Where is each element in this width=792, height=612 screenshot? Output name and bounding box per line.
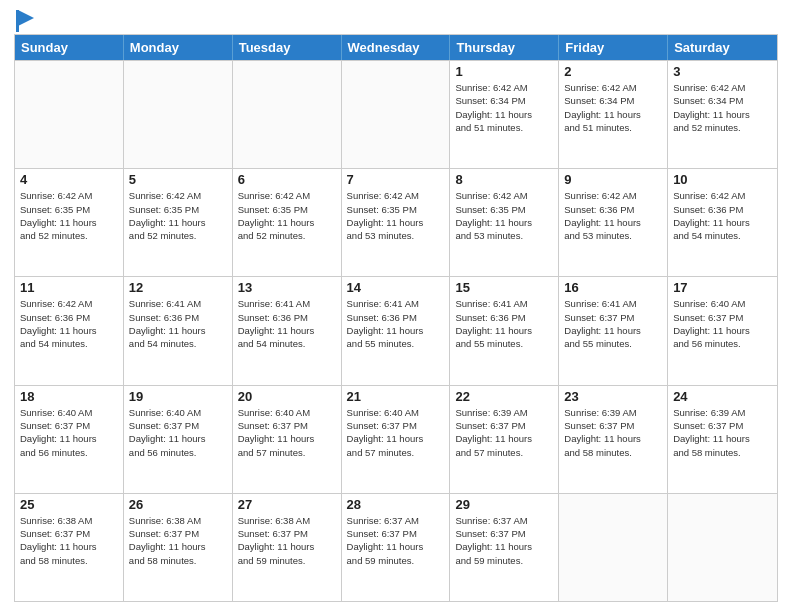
day-cell-23: 23Sunrise: 6:39 AM Sunset: 6:37 PM Dayli…: [559, 386, 668, 493]
day-number: 15: [455, 280, 553, 295]
day-cell-empty: [233, 61, 342, 168]
day-number: 24: [673, 389, 772, 404]
day-info: Sunrise: 6:42 AM Sunset: 6:35 PM Dayligh…: [238, 189, 336, 242]
week-row-5: 25Sunrise: 6:38 AM Sunset: 6:37 PM Dayli…: [15, 493, 777, 601]
day-info: Sunrise: 6:42 AM Sunset: 6:34 PM Dayligh…: [673, 81, 772, 134]
day-cell-27: 27Sunrise: 6:38 AM Sunset: 6:37 PM Dayli…: [233, 494, 342, 601]
week-row-3: 11Sunrise: 6:42 AM Sunset: 6:36 PM Dayli…: [15, 276, 777, 384]
day-number: 19: [129, 389, 227, 404]
header-day-saturday: Saturday: [668, 35, 777, 60]
day-number: 5: [129, 172, 227, 187]
day-cell-22: 22Sunrise: 6:39 AM Sunset: 6:37 PM Dayli…: [450, 386, 559, 493]
day-number: 17: [673, 280, 772, 295]
day-info: Sunrise: 6:40 AM Sunset: 6:37 PM Dayligh…: [347, 406, 445, 459]
day-cell-empty: [668, 494, 777, 601]
header-day-friday: Friday: [559, 35, 668, 60]
header-day-wednesday: Wednesday: [342, 35, 451, 60]
day-cell-3: 3Sunrise: 6:42 AM Sunset: 6:34 PM Daylig…: [668, 61, 777, 168]
day-info: Sunrise: 6:41 AM Sunset: 6:36 PM Dayligh…: [238, 297, 336, 350]
svg-marker-0: [18, 10, 34, 26]
day-cell-6: 6Sunrise: 6:42 AM Sunset: 6:35 PM Daylig…: [233, 169, 342, 276]
day-number: 29: [455, 497, 553, 512]
page: SundayMondayTuesdayWednesdayThursdayFrid…: [0, 0, 792, 612]
day-number: 7: [347, 172, 445, 187]
day-number: 3: [673, 64, 772, 79]
day-info: Sunrise: 6:39 AM Sunset: 6:37 PM Dayligh…: [673, 406, 772, 459]
day-cell-empty: [124, 61, 233, 168]
day-info: Sunrise: 6:38 AM Sunset: 6:37 PM Dayligh…: [129, 514, 227, 567]
day-info: Sunrise: 6:40 AM Sunset: 6:37 PM Dayligh…: [673, 297, 772, 350]
day-info: Sunrise: 6:42 AM Sunset: 6:36 PM Dayligh…: [20, 297, 118, 350]
day-cell-8: 8Sunrise: 6:42 AM Sunset: 6:35 PM Daylig…: [450, 169, 559, 276]
week-row-4: 18Sunrise: 6:40 AM Sunset: 6:37 PM Dayli…: [15, 385, 777, 493]
day-cell-16: 16Sunrise: 6:41 AM Sunset: 6:37 PM Dayli…: [559, 277, 668, 384]
day-cell-28: 28Sunrise: 6:37 AM Sunset: 6:37 PM Dayli…: [342, 494, 451, 601]
day-number: 4: [20, 172, 118, 187]
week-row-1: 1Sunrise: 6:42 AM Sunset: 6:34 PM Daylig…: [15, 60, 777, 168]
day-info: Sunrise: 6:37 AM Sunset: 6:37 PM Dayligh…: [347, 514, 445, 567]
day-cell-26: 26Sunrise: 6:38 AM Sunset: 6:37 PM Dayli…: [124, 494, 233, 601]
day-cell-10: 10Sunrise: 6:42 AM Sunset: 6:36 PM Dayli…: [668, 169, 777, 276]
day-info: Sunrise: 6:40 AM Sunset: 6:37 PM Dayligh…: [129, 406, 227, 459]
day-number: 27: [238, 497, 336, 512]
day-number: 2: [564, 64, 662, 79]
day-info: Sunrise: 6:42 AM Sunset: 6:36 PM Dayligh…: [564, 189, 662, 242]
day-number: 22: [455, 389, 553, 404]
day-info: Sunrise: 6:38 AM Sunset: 6:37 PM Dayligh…: [20, 514, 118, 567]
day-cell-19: 19Sunrise: 6:40 AM Sunset: 6:37 PM Dayli…: [124, 386, 233, 493]
header: [14, 10, 778, 28]
day-cell-5: 5Sunrise: 6:42 AM Sunset: 6:35 PM Daylig…: [124, 169, 233, 276]
day-cell-15: 15Sunrise: 6:41 AM Sunset: 6:36 PM Dayli…: [450, 277, 559, 384]
header-day-monday: Monday: [124, 35, 233, 60]
day-number: 13: [238, 280, 336, 295]
day-info: Sunrise: 6:41 AM Sunset: 6:36 PM Dayligh…: [129, 297, 227, 350]
day-number: 16: [564, 280, 662, 295]
day-cell-24: 24Sunrise: 6:39 AM Sunset: 6:37 PM Dayli…: [668, 386, 777, 493]
day-info: Sunrise: 6:41 AM Sunset: 6:36 PM Dayligh…: [347, 297, 445, 350]
day-cell-29: 29Sunrise: 6:37 AM Sunset: 6:37 PM Dayli…: [450, 494, 559, 601]
day-info: Sunrise: 6:38 AM Sunset: 6:37 PM Dayligh…: [238, 514, 336, 567]
day-number: 8: [455, 172, 553, 187]
day-number: 18: [20, 389, 118, 404]
day-number: 1: [455, 64, 553, 79]
day-info: Sunrise: 6:40 AM Sunset: 6:37 PM Dayligh…: [20, 406, 118, 459]
calendar-header-row: SundayMondayTuesdayWednesdayThursdayFrid…: [15, 35, 777, 60]
day-info: Sunrise: 6:42 AM Sunset: 6:36 PM Dayligh…: [673, 189, 772, 242]
day-number: 28: [347, 497, 445, 512]
day-number: 10: [673, 172, 772, 187]
day-cell-17: 17Sunrise: 6:40 AM Sunset: 6:37 PM Dayli…: [668, 277, 777, 384]
day-number: 11: [20, 280, 118, 295]
day-info: Sunrise: 6:42 AM Sunset: 6:34 PM Dayligh…: [455, 81, 553, 134]
logo: [14, 10, 34, 28]
day-info: Sunrise: 6:41 AM Sunset: 6:37 PM Dayligh…: [564, 297, 662, 350]
header-day-tuesday: Tuesday: [233, 35, 342, 60]
day-info: Sunrise: 6:39 AM Sunset: 6:37 PM Dayligh…: [564, 406, 662, 459]
day-cell-20: 20Sunrise: 6:40 AM Sunset: 6:37 PM Dayli…: [233, 386, 342, 493]
header-day-sunday: Sunday: [15, 35, 124, 60]
day-number: 20: [238, 389, 336, 404]
day-info: Sunrise: 6:40 AM Sunset: 6:37 PM Dayligh…: [238, 406, 336, 459]
logo-icon: [16, 10, 34, 32]
day-info: Sunrise: 6:37 AM Sunset: 6:37 PM Dayligh…: [455, 514, 553, 567]
day-number: 14: [347, 280, 445, 295]
day-cell-25: 25Sunrise: 6:38 AM Sunset: 6:37 PM Dayli…: [15, 494, 124, 601]
day-info: Sunrise: 6:39 AM Sunset: 6:37 PM Dayligh…: [455, 406, 553, 459]
day-cell-14: 14Sunrise: 6:41 AM Sunset: 6:36 PM Dayli…: [342, 277, 451, 384]
day-cell-1: 1Sunrise: 6:42 AM Sunset: 6:34 PM Daylig…: [450, 61, 559, 168]
day-cell-21: 21Sunrise: 6:40 AM Sunset: 6:37 PM Dayli…: [342, 386, 451, 493]
week-row-2: 4Sunrise: 6:42 AM Sunset: 6:35 PM Daylig…: [15, 168, 777, 276]
day-number: 21: [347, 389, 445, 404]
day-cell-empty: [15, 61, 124, 168]
day-number: 6: [238, 172, 336, 187]
day-cell-9: 9Sunrise: 6:42 AM Sunset: 6:36 PM Daylig…: [559, 169, 668, 276]
day-info: Sunrise: 6:42 AM Sunset: 6:35 PM Dayligh…: [455, 189, 553, 242]
calendar: SundayMondayTuesdayWednesdayThursdayFrid…: [14, 34, 778, 602]
day-cell-2: 2Sunrise: 6:42 AM Sunset: 6:34 PM Daylig…: [559, 61, 668, 168]
day-number: 25: [20, 497, 118, 512]
day-cell-empty: [342, 61, 451, 168]
day-cell-13: 13Sunrise: 6:41 AM Sunset: 6:36 PM Dayli…: [233, 277, 342, 384]
day-cell-empty: [559, 494, 668, 601]
day-number: 26: [129, 497, 227, 512]
day-number: 9: [564, 172, 662, 187]
day-number: 23: [564, 389, 662, 404]
